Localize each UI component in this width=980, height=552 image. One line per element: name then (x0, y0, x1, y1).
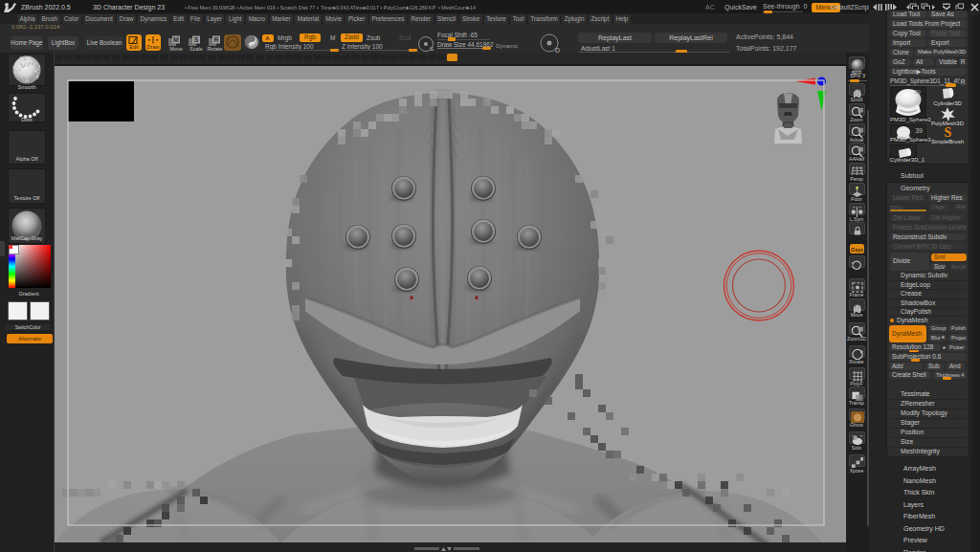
svg-text:39: 39 (915, 127, 923, 134)
svg-text:R: R (213, 36, 218, 43)
svg-text:S: S (194, 36, 199, 43)
svg-text:S: S (945, 125, 952, 140)
svg-text:S: S (430, 46, 434, 52)
svg-text:39: 39 (914, 89, 921, 95)
svg-text:Gxyz: Gxyz (850, 247, 862, 253)
svg-text:M: M (173, 36, 179, 43)
